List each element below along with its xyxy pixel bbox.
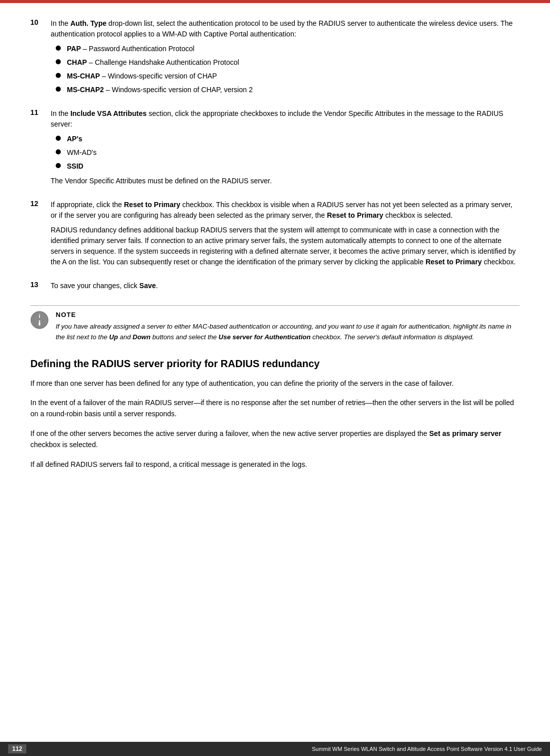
footer-title: Summit WM Series WLAN Switch and Altitud…	[312, 746, 542, 752]
step10-bullets: PAP – Password Authentication Protocol C…	[56, 44, 520, 95]
bullet-dot	[56, 136, 61, 141]
step11-bullets: AP's WM-AD's SSID	[56, 134, 520, 172]
svg-point-2	[39, 321, 41, 322]
bullet-aps-text: AP's	[67, 134, 83, 144]
bullet-mschap-text: MS-CHAP – Windows-specific version of CH…	[67, 71, 217, 82]
step10-intro: In the Auth. Type drop-down list, select…	[51, 18, 520, 39]
bullet-dot	[56, 149, 61, 154]
bullet-dot	[56, 59, 61, 64]
bullet-aps: AP's	[56, 134, 520, 144]
note-label: NOTE	[56, 311, 520, 319]
bullet-pap: PAP – Password Authentication Protocol	[56, 44, 520, 54]
bullet-ssid-text: SSID	[67, 161, 84, 172]
step13-text: To save your changes, click Save.	[51, 281, 520, 291]
section-para-1: If more than one server has been defined…	[30, 378, 520, 389]
note-text: If you have already assigned a server to…	[56, 322, 520, 343]
step-11: 11 In the Include VSA Attributes section…	[30, 108, 520, 190]
svg-text:i: i	[38, 313, 40, 319]
step12-para1: If appropriate, click the Reset to Prima…	[51, 200, 520, 221]
step-body-13: To save your changes, click Save.	[51, 281, 520, 295]
footer-bar: 112 Summit WM Series WLAN Switch and Alt…	[0, 742, 550, 756]
bullet-wmads-text: WM-AD's	[67, 147, 97, 158]
bullet-ssid: SSID	[56, 161, 520, 172]
step-number-11: 11	[30, 108, 45, 190]
footer-page-number: 112	[8, 744, 26, 753]
note-content: NOTE If you have already assigned a serv…	[56, 311, 520, 343]
step12-para2: RADIUS redundancy defines additional bac…	[51, 225, 520, 267]
info-icon: i	[30, 311, 49, 329]
step-12: 12 If appropriate, click the Reset to Pr…	[30, 200, 520, 271]
bullet-dot	[56, 163, 61, 168]
page-content: 10 In the Auth. Type drop-down list, sel…	[0, 3, 550, 508]
bullet-dot	[56, 46, 61, 51]
step-body-10: In the Auth. Type drop-down list, select…	[51, 18, 520, 99]
bullet-wmads: WM-AD's	[56, 147, 520, 158]
section-para-2: In the event of a failover of the main R…	[30, 397, 520, 420]
section-heading: Defining the RADIUS server priority for …	[30, 358, 520, 370]
bullet-mschap2: MS-CHAP2 – Windows-specific version of C…	[56, 85, 520, 95]
step-number-12: 12	[30, 200, 45, 271]
step11-intro: In the Include VSA Attributes section, c…	[51, 108, 520, 130]
step11-extra: The Vendor Specific Attributes must be d…	[51, 176, 520, 186]
step-body-12: If appropriate, click the Reset to Prima…	[51, 200, 520, 271]
bullet-chap: CHAP – Challenge Handshake Authenticatio…	[56, 57, 520, 68]
svg-rect-3	[39, 322, 41, 326]
note-box: i NOTE If you have already assigned a se…	[30, 305, 520, 343]
bullet-mschap2-text: MS-CHAP2 – Windows-specific version of C…	[67, 85, 253, 95]
bullet-pap-text: PAP – Password Authentication Protocol	[67, 44, 194, 54]
step-number-10: 10	[30, 18, 45, 99]
bullet-dot	[56, 87, 61, 92]
step-body-11: In the Include VSA Attributes section, c…	[51, 108, 520, 190]
note-icon: i	[30, 311, 49, 343]
bullet-dot	[56, 73, 61, 78]
bullet-chap-text: CHAP – Challenge Handshake Authenticatio…	[67, 57, 239, 68]
bullet-mschap: MS-CHAP – Windows-specific version of CH…	[56, 71, 520, 82]
section-para-4: If all defined RADIUS servers fail to re…	[30, 459, 520, 470]
step-10: 10 In the Auth. Type drop-down list, sel…	[30, 18, 520, 99]
step-13: 13 To save your changes, click Save.	[30, 281, 520, 295]
step-number-13: 13	[30, 281, 45, 295]
section-para-3: If one of the other servers becomes the …	[30, 428, 520, 451]
